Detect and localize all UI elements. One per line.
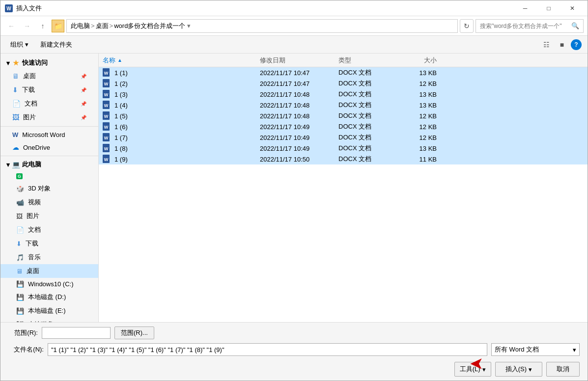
- pin-icon3: 📌: [81, 101, 86, 107]
- breadcrumb-pc: 此电脑: [71, 22, 90, 30]
- file-type: DOCX 文档: [338, 144, 397, 153]
- col-size-header[interactable]: 大小: [397, 56, 437, 65]
- file-size: 12 KB: [397, 112, 437, 120]
- file-row[interactable]: W 1 (6) 2022/11/17 10:49 DOCX 文档 12 KB: [99, 121, 588, 132]
- file-type: DOCX 文档: [338, 90, 397, 99]
- sidebar-item-ms-word[interactable]: W Microsoft Word: [0, 129, 98, 141]
- word-icon: W: [12, 131, 18, 138]
- sidebar-item-win10[interactable]: 💾 Windows10 (C:): [0, 278, 98, 290]
- file-size: 12 KB: [397, 134, 437, 141]
- file-row[interactable]: W 1 (5) 2022/11/17 10:48 DOCX 文档 12 KB: [99, 110, 588, 121]
- new-folder-label: 新建文件夹: [40, 40, 72, 49]
- sidebar-label-music: 音乐: [28, 253, 41, 262]
- view-help-button[interactable]: ?: [571, 39, 582, 50]
- sidebar-item-downloads1[interactable]: ⬇ 下载 📌: [0, 83, 98, 97]
- sidebar-item-video[interactable]: 📹 视频: [0, 195, 98, 209]
- quick-access-label: 快速访问: [22, 58, 48, 67]
- main-area: ▾ ★ 快速访问 🖥 桌面 📌 ⬇ 下载 📌 📄 文档 📌 🖼 图片: [0, 54, 588, 322]
- filetype-dropdown[interactable]: 所有 Word 文档 ▾: [491, 343, 580, 356]
- sidebar-item-local-d[interactable]: 💾 本地磁盘 (D:): [0, 290, 98, 304]
- col-date-header[interactable]: 修改日期: [260, 56, 338, 65]
- minimize-button[interactable]: ─: [514, 0, 536, 16]
- organize-arrow-icon: ▾: [25, 41, 28, 48]
- sidebar-item-desktop2[interactable]: 🖥 桌面: [0, 264, 98, 278]
- sort-arrow-icon: ▲: [117, 57, 122, 63]
- file-word-icon: W: [103, 122, 112, 131]
- sidebar-item-pics2[interactable]: 🖼 图片: [0, 209, 98, 223]
- sidebar-item-gom[interactable]: G: [0, 171, 98, 182]
- file-name: 1 (3): [114, 91, 260, 98]
- view-grid-button[interactable]: ■: [555, 38, 569, 52]
- file-date: 2022/11/17 10:48: [260, 102, 338, 109]
- svg-text:W: W: [104, 92, 109, 97]
- file-word-icon: W: [103, 101, 112, 109]
- maximize-button[interactable]: □: [537, 0, 560, 16]
- file-type: DOCX 文档: [338, 122, 397, 131]
- col-type-header[interactable]: 类型: [338, 56, 397, 65]
- sidebar-item-pics1[interactable]: 🖼 图片 📌: [0, 110, 98, 124]
- sidebar-label-pics2: 图片: [27, 212, 39, 220]
- sidebar-item-local-e[interactable]: 💾 本地磁盘 (E:): [0, 304, 98, 318]
- range-input[interactable]: [42, 327, 111, 339]
- file-type: DOCX 文档: [338, 111, 397, 120]
- sidebar-label-pics1: 图片: [23, 113, 36, 122]
- filename-input[interactable]: [48, 343, 487, 356]
- file-size: 13 KB: [397, 102, 437, 109]
- back-button[interactable]: ←: [4, 19, 18, 33]
- file-row[interactable]: W 1 (4) 2022/11/17 10:48 DOCX 文档 13 KB: [99, 100, 588, 110]
- file-row[interactable]: W 1 (2) 2022/11/17 10:47 DOCX 文档 12 KB: [99, 78, 588, 89]
- sidebar-item-local-f[interactable]: 💾 本地磁盘 (F:): [0, 318, 98, 322]
- sidebar-item-docs1[interactable]: 📄 文档 📌: [0, 97, 98, 110]
- file-size: 12 KB: [397, 80, 437, 87]
- view-list-button[interactable]: ☷: [539, 38, 553, 52]
- sidebar-item-music[interactable]: 🎵 音乐: [0, 250, 98, 264]
- address-bar: ← → ↑ 📁 此电脑 > 桌面 > word多份文档合并成一个 ▾ ↻ 🔍: [0, 16, 588, 36]
- title-controls: ─ □ ✕: [514, 0, 584, 16]
- file-size: 11 KB: [397, 156, 437, 163]
- cancel-button[interactable]: 取消: [546, 362, 580, 377]
- svg-text:W: W: [104, 82, 109, 86]
- file-area: 名称 ▲ 修改日期 类型 大小 W 1 (1) 2022/11/17 10:47…: [99, 54, 588, 322]
- forward-button[interactable]: →: [20, 19, 34, 33]
- file-date: 2022/11/17 10:47: [260, 69, 338, 77]
- col-name-header[interactable]: 名称 ▲: [103, 56, 260, 65]
- quick-access-arrow-icon: ▾: [6, 59, 10, 67]
- file-row[interactable]: W 1 (9) 2022/11/17 10:50 DOCX 文档 11 KB: [99, 154, 588, 164]
- file-word-icon: W: [103, 90, 112, 99]
- tools-button[interactable]: 工具(L) ▾: [454, 362, 491, 377]
- organize-button[interactable]: 组织 ▾: [6, 38, 32, 51]
- sidebar-item-onedrive[interactable]: ☁ OneDrive: [0, 141, 98, 154]
- sidebar-label-win10: Windows10 (C:): [28, 280, 73, 288]
- breadcrumb-bar[interactable]: 此电脑 > 桌面 > word多份文档合并成一个 ▾: [66, 19, 458, 33]
- title-bar: W 插入文件 ─ □ ✕: [0, 0, 588, 16]
- insert-button[interactable]: 插入(S) ▾: [495, 362, 542, 377]
- filename-label: 文件名(N):: [8, 345, 44, 354]
- sidebar-item-docs2[interactable]: 📄 文档: [0, 223, 98, 237]
- file-date: 2022/11/17 10:49: [260, 123, 338, 131]
- file-row[interactable]: W 1 (1) 2022/11/17 10:47 DOCX 文档 13 KB: [99, 67, 588, 78]
- search-input[interactable]: [480, 23, 571, 29]
- range-row: 范围(R): 范围(R)...: [8, 327, 580, 339]
- sidebar-item-downloads2[interactable]: ⬇ 下载: [0, 237, 98, 250]
- pics2-icon: 🖼: [16, 213, 23, 220]
- svg-text:W: W: [104, 136, 109, 140]
- folder-icon: 📁: [52, 20, 64, 32]
- sidebar-this-pc-header[interactable]: ▾ 💻 此电脑: [0, 158, 98, 171]
- sidebar-label-3d: 3D 对象: [28, 184, 51, 193]
- downloads2-icon: ⬇: [16, 240, 22, 247]
- close-button[interactable]: ✕: [561, 0, 584, 16]
- sidebar-item-3d[interactable]: 🎲 3D 对象: [0, 182, 98, 195]
- new-folder-button[interactable]: 新建文件夹: [36, 38, 76, 51]
- file-row[interactable]: W 1 (3) 2022/11/17 10:48 DOCX 文档 13 KB: [99, 89, 588, 100]
- file-name: 1 (8): [114, 145, 260, 152]
- file-row[interactable]: W 1 (7) 2022/11/17 10:49 DOCX 文档 12 KB: [99, 132, 588, 143]
- sidebar-item-desktop1[interactable]: 🖥 桌面 📌: [0, 69, 98, 83]
- file-word-icon: W: [103, 144, 112, 153]
- sidebar-label-video: 视频: [28, 198, 41, 207]
- range-button[interactable]: 范围(R)...: [114, 327, 154, 339]
- refresh-button[interactable]: ↻: [460, 19, 474, 33]
- svg-text:W: W: [104, 157, 109, 162]
- up-button[interactable]: ↑: [36, 19, 50, 33]
- file-row[interactable]: W 1 (8) 2022/11/17 10:49 DOCX 文档 13 KB: [99, 143, 588, 154]
- file-date: 2022/11/17 10:49: [260, 134, 338, 141]
